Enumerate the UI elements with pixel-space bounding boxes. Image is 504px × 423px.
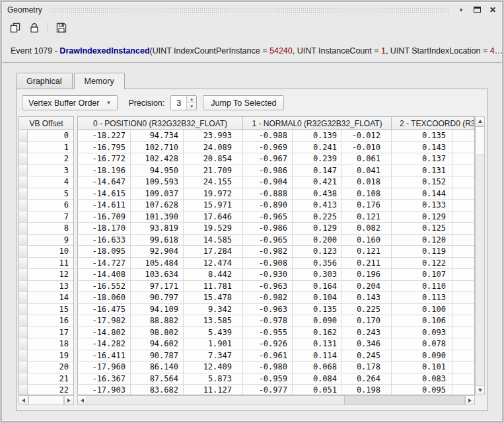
value-cell[interactable]: -0.988 [243,130,293,141]
value-cell[interactable]: 94.950 [131,165,184,176]
table-row[interactable]: -18.22794.73423.993-0.9880.139-0.0120.13… [78,130,474,142]
value-cell[interactable]: 0.225 [293,212,342,223]
column-group-header[interactable]: 1 - NORMAL0 (R32G32B32_FLOAT) [243,117,392,130]
value-cell[interactable]: 0.178 [342,362,392,373]
table-row[interactable]: -16.709101.39017.646-0.9650.2250.1210.12… [78,212,474,223]
value-cell[interactable]: 0.143 [342,292,392,303]
value-cell[interactable]: 19.529 [184,223,243,234]
close-icon[interactable]: ✕ [488,5,497,15]
value-cell[interactable]: 94.602 [131,338,184,350]
value-cell[interactable]: 0.101 [392,362,452,373]
value-cell[interactable]: -0.977 [243,385,293,395]
table-row[interactable]: 19 [19,350,73,362]
value-cell[interactable]: 5.439 [184,327,243,338]
table-row[interactable]: -16.63399.61814.585-0.9650.2000.1600.120 [78,235,474,247]
value-cell[interactable]: -14.647 [78,176,131,188]
value-cell[interactable]: 12.409 [184,362,243,373]
table-row[interactable]: 1 [19,142,73,154]
value-cell[interactable]: -16.367 [78,373,131,385]
value-cell[interactable]: -0.978 [243,315,293,327]
value-cell[interactable]: -0.888 [243,188,293,200]
value-cell[interactable]: 0.100 [392,304,452,315]
table-row[interactable]: -14.647109.59324.155-0.9040.4210.0180.15… [78,176,474,188]
value-cell[interactable]: 17.646 [184,212,243,223]
table-row[interactable]: -16.41190.7877.347-0.9610.1140.2450.090 [78,350,474,362]
vb-offset-cell[interactable]: 18 [28,338,73,350]
lock-icon[interactable] [28,21,41,34]
value-cell-clipped[interactable] [452,130,474,141]
vb-offset-cell[interactable]: 0 [28,130,73,141]
value-cell[interactable]: 0.144 [392,188,452,200]
value-cell[interactable]: 0.164 [293,281,342,292]
value-cell[interactable]: 0.264 [342,373,392,385]
value-cell[interactable]: 0.356 [293,258,342,269]
value-cell[interactable]: 102.710 [131,142,184,153]
value-cell-clipped[interactable] [452,142,474,153]
value-cell[interactable]: -0.963 [243,281,293,292]
table-row[interactable]: 2 [19,153,73,165]
column-group-header[interactable]: 0 - POSITION0 (R32G32B32_FLOAT) [78,117,243,130]
value-cell[interactable]: 0.211 [342,258,392,269]
scroll-right-icon[interactable] [465,396,474,404]
value-cell-clipped[interactable] [452,327,474,338]
row-header[interactable] [19,165,28,176]
value-cell[interactable]: 0.121 [342,212,392,223]
table-row[interactable]: -17.96086.14012.409-0.9800.0680.1780.101 [78,362,474,373]
data-pane-hscrollbar[interactable] [77,395,475,405]
value-cell-clipped[interactable] [452,176,474,188]
value-cell[interactable]: 94.734 [131,130,184,141]
vb-offset-cell[interactable]: 17 [28,327,73,338]
value-cell[interactable]: 23.993 [184,130,243,141]
vertex-buffer-order-dropdown[interactable]: Vertex Buffer Order ▼ [22,95,118,110]
table-row[interactable]: -14.80298.8025.439-0.9550.1620.2430.093 [78,327,474,339]
column-group-header[interactable]: 2 - TEXCOORD0 (R32G32 [392,117,474,130]
table-row[interactable]: 13 [19,281,73,293]
row-header[interactable] [19,188,28,200]
table-row[interactable]: 3 [19,165,73,177]
row-header[interactable] [19,130,28,141]
row-header[interactable] [19,246,28,257]
value-cell[interactable]: 0.243 [342,327,392,338]
value-cell[interactable]: -14.611 [78,200,131,211]
vb-offset-cell[interactable]: 7 [28,212,73,223]
value-cell[interactable]: 83.682 [131,385,184,395]
vb-offset-cell[interactable]: 8 [28,223,73,234]
data-hscroll-thumb[interactable] [344,396,465,404]
vb-offset-cell[interactable]: 11 [28,258,73,269]
vb-offset-column-header[interactable]: VB Offset [19,117,73,130]
value-cell[interactable]: 0.129 [392,212,452,223]
table-row[interactable]: 12 [19,269,73,281]
value-cell-clipped[interactable] [452,223,474,234]
value-cell[interactable]: 0.196 [342,269,392,280]
value-cell[interactable]: 0.068 [293,362,342,373]
value-cell[interactable]: 0.241 [293,142,342,153]
value-cell-clipped[interactable] [452,165,474,176]
value-cell-clipped[interactable] [452,200,474,211]
scroll-left-icon[interactable] [78,396,87,404]
table-row[interactable]: -16.55297.17111.781-0.9630.1640.2040.110 [78,281,474,293]
value-cell[interactable]: -0.959 [243,373,293,385]
table-row[interactable]: 15 [19,304,73,316]
table-row[interactable]: -18.19694.95021.709-0.9860.1470.0410.131 [78,165,474,177]
value-cell[interactable]: 0.135 [293,304,342,315]
value-cell[interactable]: -18.227 [78,130,131,141]
vb-offset-cell[interactable]: 13 [28,281,73,292]
value-cell[interactable]: 0.143 [392,142,452,153]
value-cell[interactable]: -0.969 [243,142,293,153]
table-row[interactable]: -18.09592.90417.284-0.9820.1230.1210.119 [78,246,474,258]
value-cell[interactable]: 14.585 [184,235,243,246]
value-cell[interactable]: 101.390 [131,212,184,223]
table-row[interactable]: 7 [19,212,73,223]
row-header[interactable] [19,373,28,385]
row-header[interactable] [19,176,28,188]
vb-offset-cell[interactable]: 16 [28,315,73,327]
value-cell[interactable]: 7.347 [184,350,243,362]
value-cell-clipped[interactable] [452,304,474,315]
scroll-down-icon[interactable] [476,385,484,395]
table-row[interactable]: -14.28294.6021.901-0.9260.1310.3460.078 [78,338,474,350]
value-cell[interactable]: 0.095 [392,385,452,395]
value-cell[interactable]: 98.802 [131,327,184,338]
vb-offset-cell[interactable]: 12 [28,269,73,280]
value-cell[interactable]: 19.972 [184,188,243,200]
value-cell[interactable]: 11.127 [184,385,243,395]
